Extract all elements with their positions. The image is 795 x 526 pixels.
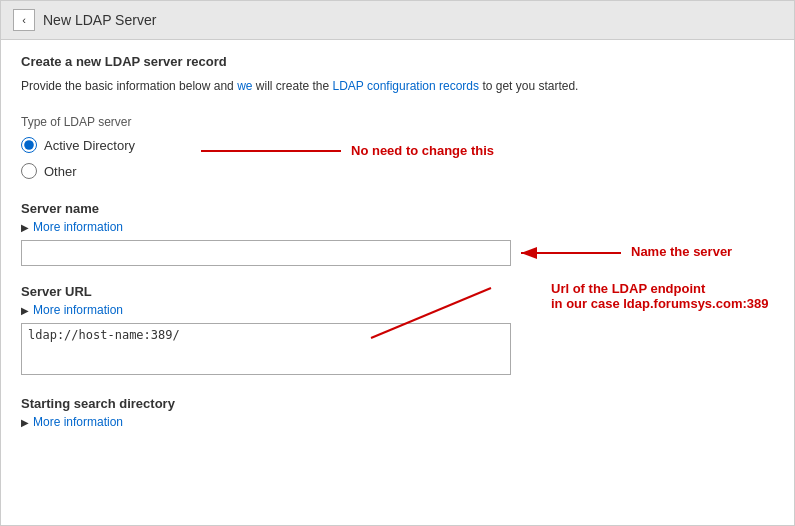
radio-group-ldap-type: Active Directory Other: [21, 137, 774, 179]
page-title: Create a new LDAP server record: [21, 54, 774, 69]
server-name-section: Server name ▶ More information Name the …: [21, 201, 774, 266]
server-url-input[interactable]: ldap://host-name:389/: [21, 323, 511, 375]
content-area: Create a new LDAP server record Provide …: [1, 40, 794, 525]
more-info-arrow-search: ▶: [21, 417, 29, 428]
page-description: Provide the basic information below and …: [21, 77, 774, 95]
back-button[interactable]: ‹: [13, 9, 35, 31]
window-title: New LDAP Server: [43, 12, 156, 28]
server-url-more-info[interactable]: ▶ More information: [21, 303, 774, 317]
radio-option-active-directory[interactable]: Active Directory: [21, 137, 774, 153]
more-info-text-server-url: More information: [33, 303, 123, 317]
starting-search-section: Starting search directory ▶ More informa…: [21, 396, 774, 429]
more-info-text-search: More information: [33, 415, 123, 429]
more-info-text-server-name: More information: [33, 220, 123, 234]
more-info-arrow-server-url: ▶: [21, 305, 29, 316]
radio-active-directory[interactable]: [21, 137, 37, 153]
starting-search-more-info[interactable]: ▶ More information: [21, 415, 774, 429]
server-url-label: Server URL: [21, 284, 774, 299]
radio-other-label: Other: [44, 164, 77, 179]
ldap-type-label: Type of LDAP server: [21, 115, 774, 129]
radio-active-directory-label: Active Directory: [44, 138, 135, 153]
more-info-arrow-server-name: ▶: [21, 222, 29, 233]
server-name-input[interactable]: [21, 240, 511, 266]
window: ‹ New LDAP Server Create a new LDAP serv…: [0, 0, 795, 526]
annotation-name-server: Name the server: [631, 244, 732, 259]
back-icon: ‹: [22, 14, 26, 26]
starting-search-label: Starting search directory: [21, 396, 774, 411]
server-name-label: Server name: [21, 201, 774, 216]
server-url-section: Server URL ▶ More information ldap://hos…: [21, 284, 774, 378]
server-name-more-info[interactable]: ▶ More information: [21, 220, 774, 234]
radio-option-other[interactable]: Other: [21, 163, 774, 179]
radio-other[interactable]: [21, 163, 37, 179]
title-bar: ‹ New LDAP Server: [1, 1, 794, 40]
